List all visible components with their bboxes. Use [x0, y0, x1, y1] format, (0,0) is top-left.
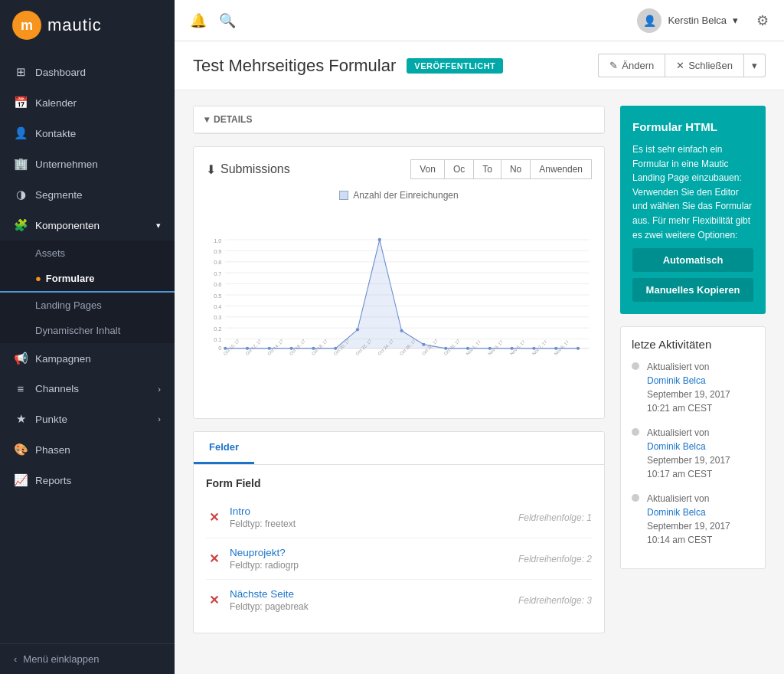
sidebar-item-label: Unternehmen: [35, 159, 98, 170]
close-button[interactable]: ✕ Schließen: [665, 54, 744, 77]
sidebar-item-phasen[interactable]: 🎨 Phasen: [0, 434, 175, 465]
activity-prefix: Aktualisiert von: [647, 427, 709, 438]
notification-icon[interactable]: 🔔: [190, 12, 207, 29]
sidebar-item-unternehmen[interactable]: 🏢 Unternehmen: [0, 149, 175, 179]
sidebar-item-label: Kalender: [35, 97, 77, 109]
sidebar-item-dashboard[interactable]: ⊞ Dashboard: [0, 57, 175, 87]
sidebar-item-segmente[interactable]: ◑ Segmente: [0, 179, 175, 210]
field-name[interactable]: Intro: [230, 506, 511, 517]
sidebar-item-label: Punkte: [35, 414, 67, 425]
sidebar-item-label: Phasen: [35, 444, 70, 456]
chart-filters: Von Oc To No Anwenden: [410, 159, 592, 179]
apply-filter-button[interactable]: Anwenden: [530, 159, 592, 179]
sidebar: m mautic ⊞ Dashboard 📅 Kalender 👤 Kontak…: [0, 0, 175, 674]
filter-to[interactable]: To: [473, 159, 501, 179]
activity-user-link[interactable]: Dominik Belca: [647, 441, 706, 452]
field-order: Feldreihenfolge: 3: [518, 595, 592, 606]
logo-text: mautic: [47, 15, 102, 35]
collapse-menu-button[interactable]: ‹ Menü einklappen: [0, 643, 175, 674]
chart-legend: Anzahl der Einreichungen: [206, 190, 592, 201]
tabs-bar: Felder: [193, 431, 605, 465]
data-point: [422, 343, 425, 346]
details-label: DETAILS: [214, 114, 252, 125]
sidebar-item-label: Dashboard: [35, 67, 86, 78]
topbar: 🔔 🔍 👤 Kerstin Belca ▾ ⚙: [175, 0, 784, 41]
puzzle-icon: 🧩: [14, 218, 28, 232]
sidebar-item-label: Channels: [35, 383, 79, 394]
delete-field-button[interactable]: ✕: [206, 593, 222, 607]
activity-dot: [632, 494, 639, 502]
filter-no[interactable]: No: [501, 159, 530, 179]
activity-date: September 19, 2017 10:21 am CEST: [647, 389, 730, 414]
filter-von[interactable]: Von: [410, 159, 444, 179]
field-info: Neuprojekt? Feldtyp: radiogrp: [230, 547, 511, 571]
legend-box: [339, 191, 348, 200]
filter-oc[interactable]: Oc: [444, 159, 473, 179]
details-header[interactable]: ▾ DETAILS: [194, 106, 604, 133]
activity-prefix: Aktualisiert von: [647, 493, 709, 504]
sidebar-item-channels[interactable]: ≡ Channels ›: [0, 374, 175, 404]
sidebar-item-komponenten[interactable]: 🧩 Komponenten ▾: [0, 210, 175, 240]
data-point: [577, 347, 580, 350]
data-point: [378, 238, 381, 241]
activity-text: Aktualisiert von Dominik Belca September…: [647, 426, 754, 481]
gear-icon[interactable]: ⚙: [756, 12, 769, 29]
tab-felder[interactable]: Felder: [194, 432, 254, 464]
channels-icon: ≡: [14, 382, 28, 395]
field-name[interactable]: Neuprojekt?: [230, 547, 511, 558]
delete-field-button[interactable]: ✕: [206, 551, 222, 566]
sidebar-logo[interactable]: m mautic: [0, 0, 175, 51]
html-card-title: Formular HTML: [632, 118, 753, 136]
sidebar-item-landing-pages[interactable]: Landing Pages: [0, 293, 175, 318]
activity-title: letze Aktivitäten: [632, 338, 754, 351]
manuelles-kopieren-button[interactable]: Manuelles Kopieren: [632, 278, 753, 302]
activity-card: letze Aktivitäten Aktualisiert von Domin…: [620, 326, 766, 569]
sidebar-item-assets[interactable]: Assets: [0, 240, 175, 266]
form-fields-card: Form Field ✕ Intro Feldtyp: freetext Fel…: [193, 465, 605, 633]
activity-prefix: Aktualisiert von: [647, 362, 709, 372]
activity-user-link[interactable]: Dominik Belca: [647, 507, 706, 518]
search-icon[interactable]: 🔍: [219, 12, 236, 29]
user-chevron-icon: ▾: [733, 15, 738, 26]
company-icon: 🏢: [14, 157, 28, 171]
sidebar-item-dynamischer-inhalt[interactable]: Dynamischer Inhalt: [0, 318, 175, 343]
main-area: 🔔 🔍 👤 Kerstin Belca ▾ ⚙ Test Mehrseitige…: [175, 0, 784, 674]
field-type: Feldtyp: pagebreak: [230, 601, 511, 612]
activity-user-link[interactable]: Dominik Belca: [647, 375, 706, 386]
page-actions: ✎ Ändern ✕ Schließen ▾: [598, 54, 766, 77]
svg-text:0.7: 0.7: [214, 270, 221, 277]
chevron-right-icon: ›: [158, 414, 161, 424]
activity-dot: [632, 362, 639, 370]
segment-icon: ◑: [14, 188, 28, 201]
sidebar-item-reports[interactable]: 📈 Reports: [0, 465, 175, 496]
user-menu[interactable]: 👤 Kerstin Belca ▾: [637, 8, 738, 33]
field-order: Feldreihenfolge: 2: [518, 554, 592, 564]
svg-text:0.4: 0.4: [214, 303, 221, 310]
sidebar-item-kampagnen[interactable]: 📢 Kampagnen: [0, 343, 175, 374]
edit-button[interactable]: ✎ Ändern: [598, 54, 665, 77]
automatisch-button[interactable]: Automatisch: [632, 248, 753, 272]
field-name[interactable]: Nächste Seite: [230, 588, 511, 600]
logo-icon: m: [12, 11, 41, 40]
delete-field-button[interactable]: ✕: [206, 510, 222, 525]
download-icon: ⬇: [206, 162, 216, 177]
sidebar-item-formulare[interactable]: ● Formulare: [0, 266, 175, 293]
dropdown-button[interactable]: ▾: [744, 54, 766, 77]
activity-dot: [632, 428, 639, 436]
sidebar-item-kontakte[interactable]: 👤 Kontakte: [0, 118, 175, 149]
svg-text:0: 0: [218, 345, 221, 352]
sidebar-subitem-label: Landing Pages: [35, 299, 102, 311]
campaign-icon: 📢: [14, 352, 28, 365]
sidebar-subitem-label: Formulare: [46, 273, 95, 284]
sidebar-item-kalender[interactable]: 📅 Kalender: [0, 87, 175, 118]
svg-marker-22: [225, 240, 589, 348]
grid-icon: ⊞: [14, 65, 28, 79]
sidebar-item-punkte[interactable]: ★ Punkte ›: [0, 404, 175, 434]
chart-title-text: Submissions: [220, 162, 290, 176]
avatar: 👤: [637, 8, 662, 33]
svg-text:0.5: 0.5: [214, 293, 221, 299]
sidebar-nav: ⊞ Dashboard 📅 Kalender 👤 Kontakte 🏢 Unte…: [0, 51, 175, 643]
svg-text:0.9: 0.9: [214, 248, 221, 255]
status-badge: VERÖFFENTLICHT: [407, 58, 503, 74]
close-icon: ✕: [676, 60, 684, 71]
